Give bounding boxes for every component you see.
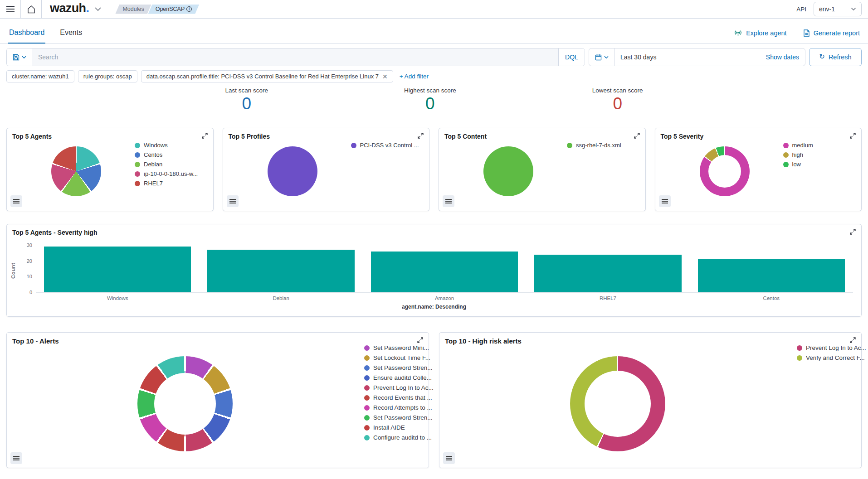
legend-item[interactable]: Prevent Log In to Ac... <box>364 384 434 391</box>
scan-score-metric: Last scan score 0 <box>225 87 268 121</box>
time-range-display[interactable]: Last 30 days Show dates <box>614 48 805 66</box>
expand-icon[interactable] <box>634 133 640 139</box>
date-picker-group: Last 30 days Show dates <box>589 48 805 66</box>
list-icon <box>229 198 236 204</box>
remove-filter-icon[interactable]: ✕ <box>382 73 388 80</box>
legend-item[interactable]: ssg-rhel-7-ds.xml <box>567 142 621 149</box>
legend-item[interactable]: Ensure auditd Colle... <box>364 374 434 381</box>
legend-label: Configure auditd to ... <box>373 434 432 441</box>
bar[interactable] <box>44 247 191 292</box>
legend-item[interactable]: low <box>783 161 813 168</box>
legend-label: Ensure auditd Colle... <box>373 374 432 381</box>
info-icon[interactable]: i <box>186 6 192 12</box>
add-filter-link[interactable]: + Add filter <box>400 73 429 80</box>
legend-item[interactable]: Set Password Mini... <box>364 344 434 351</box>
top5-content-pie-chart[interactable] <box>483 146 533 196</box>
bar[interactable] <box>698 259 845 292</box>
x-tick-label: Centos <box>690 295 853 301</box>
legend-item[interactable]: ip-10-0-0-180.us-w... <box>135 170 198 177</box>
breadcrumb-openscap[interactable]: OpenSCAP i <box>148 5 200 14</box>
expand-icon[interactable] <box>850 337 856 343</box>
top5-profiles-pie-chart[interactable] <box>268 146 317 196</box>
generate-report-button[interactable]: Generate report <box>803 29 860 37</box>
saved-queries-button[interactable] <box>7 48 32 66</box>
home-icon <box>27 5 36 14</box>
legend-item[interactable]: Record Events that ... <box>364 394 434 401</box>
api-label: API <box>796 6 806 13</box>
card-title: Top 10 - Alerts <box>12 337 59 345</box>
refresh-button[interactable]: ↻ Refresh <box>809 48 862 66</box>
date-quick-select-button[interactable] <box>589 48 614 66</box>
filter-bar: cluster.name: wazuh1 ✕ rule.groups: osca… <box>6 70 862 82</box>
legend-item[interactable]: Set Password Stren... <box>364 364 434 371</box>
show-dates-link[interactable]: Show dates <box>766 53 799 61</box>
expand-icon[interactable] <box>850 133 856 139</box>
wazuh-logo[interactable]: wazuh. <box>50 1 89 15</box>
legend-item[interactable]: Centos <box>135 151 198 158</box>
save-query-icon <box>13 54 20 61</box>
tab[interactable]: Events <box>59 29 83 44</box>
y-tick-label: 0 <box>20 290 32 295</box>
x-axis-title: agent.name: Descending <box>7 304 861 310</box>
legend-toggle-button[interactable] <box>10 195 22 207</box>
legend-item[interactable]: PCI-DSS v3 Control ... <box>351 142 419 149</box>
legend-item[interactable]: medium <box>783 142 813 149</box>
logo-dropdown-button[interactable] <box>94 7 102 11</box>
bar-chart-plot: 3020100 <box>36 245 853 293</box>
legend-toggle-button[interactable] <box>659 195 671 207</box>
legend-toggle-button[interactable] <box>443 195 454 207</box>
scan-score-value: 0 <box>404 94 456 114</box>
legend-item[interactable]: RHEL7 <box>135 180 198 187</box>
donut-hole <box>154 373 216 435</box>
card-title: Top 5 Agents <box>12 133 52 140</box>
chart-legend: Set Password Mini...Set Lockout Time F..… <box>364 344 434 444</box>
top10-high-risk-donut-chart[interactable] <box>570 356 665 451</box>
top5-severity-donut-chart[interactable] <box>700 146 750 196</box>
legend-dot <box>135 152 140 158</box>
search-input[interactable] <box>32 48 558 66</box>
top10-alerts-donut-chart[interactable] <box>137 356 233 451</box>
filter-pill[interactable]: data.oscap.scan.profile.title: PCI-DSS v… <box>141 70 393 82</box>
legend-item[interactable]: high <box>783 151 813 158</box>
tab[interactable]: Dashboard <box>8 29 45 44</box>
api-env-selector[interactable]: env-1 <box>814 2 862 16</box>
legend-toggle-button[interactable] <box>227 195 239 207</box>
expand-icon[interactable] <box>417 337 423 343</box>
y-tick-label: 10 <box>20 274 32 279</box>
menu-button[interactable] <box>0 0 21 18</box>
legend-item[interactable]: Record Attempts to ... <box>364 404 434 411</box>
legend-label: Prevent Log In to Ac... <box>806 344 866 351</box>
chevron-down-icon <box>22 56 26 59</box>
bar[interactable] <box>207 250 354 292</box>
legend-item[interactable]: Verify and Correct F... <box>797 354 866 361</box>
legend-label: Set Password Mini... <box>373 344 429 351</box>
expand-icon[interactable] <box>418 133 424 139</box>
card-title: Top 5 Content <box>444 133 487 140</box>
top-charts-row: Top 5 Agents WindowsCentosDebianip-10-0-… <box>6 128 862 211</box>
legend-item[interactable]: Set Lockout Time F... <box>364 354 434 361</box>
breadcrumb-modules[interactable]: Modules <box>115 5 151 14</box>
bar[interactable] <box>534 255 681 292</box>
filter-pill[interactable]: rule.groups: oscap ✕ <box>78 70 137 82</box>
legend-item[interactable]: Prevent Log In to Ac... <box>797 344 866 351</box>
legend-item[interactable]: Windows <box>135 142 198 149</box>
bar[interactable] <box>371 252 518 292</box>
top-nav-bar: wazuh. Modules OpenSCAP i API env-1 <box>0 0 868 19</box>
legend-item[interactable]: Install AIDE <box>364 424 434 431</box>
legend-toggle-button[interactable] <box>10 452 22 464</box>
legend-item[interactable]: Debian <box>135 161 198 168</box>
list-icon <box>445 198 452 204</box>
home-button[interactable] <box>21 0 42 18</box>
legend-item[interactable]: Configure auditd to ... <box>364 434 434 441</box>
legend-dot <box>135 181 140 186</box>
expand-icon[interactable] <box>202 133 208 139</box>
legend-toggle-button[interactable] <box>443 452 455 464</box>
legend-label: Windows <box>144 142 168 149</box>
filter-pill[interactable]: cluster.name: wazuh1 ✕ <box>6 70 74 82</box>
explore-agent-button[interactable]: Explore agent <box>734 29 786 37</box>
legend-dot <box>135 171 140 177</box>
top5-agents-pie-chart[interactable] <box>51 146 101 196</box>
dql-toggle[interactable]: DQL <box>558 48 585 66</box>
legend-item[interactable]: Set Password Stren... <box>364 414 434 421</box>
expand-icon[interactable] <box>850 229 856 235</box>
